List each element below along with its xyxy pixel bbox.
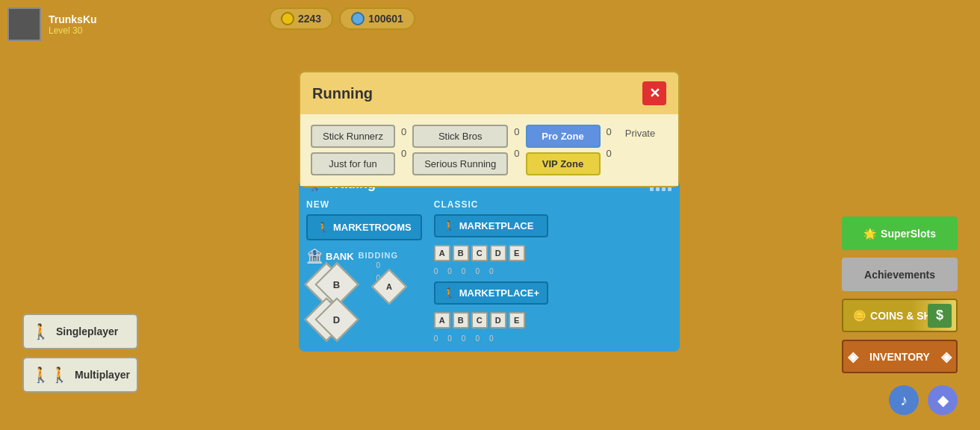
counter-col-2: 0 0	[514, 125, 519, 159]
dollar-badge: $	[928, 304, 952, 328]
slot-D1[interactable]: D	[490, 245, 506, 261]
running-options: Stick Runnerz Just for fun 0 0 Stick Bro…	[311, 125, 668, 175]
count-D1: 0	[475, 267, 480, 275]
modal-title: Running	[312, 85, 373, 102]
marketplace-plus-button[interactable]: 🚶 MARKETPLACE+	[434, 281, 548, 305]
count-D2: 0	[475, 334, 480, 343]
currency-blue: 100601	[339, 7, 415, 30]
username: TrunksKu	[49, 13, 97, 25]
inventory-button[interactable]: ◈ INVENTORY ◈	[842, 340, 958, 373]
bank-icon: 🏦	[306, 248, 323, 264]
classic-label: CLASSIC	[434, 199, 548, 210]
running-modal: Running ✕ Stick Runnerz Just for fun 0 0…	[299, 71, 680, 187]
slot-E1[interactable]: E	[509, 245, 525, 261]
avatar	[7, 7, 41, 41]
counter-pro-zone: 0	[607, 126, 612, 137]
trading-content: NEW 🚶 MARKETROOMS 🏦 BANK A 0	[306, 199, 672, 344]
count-C2: 0	[462, 334, 466, 343]
multiplayer-icon: 🚶🚶	[31, 366, 69, 384]
blue-coin-icon	[351, 12, 365, 25]
user-info: TrunksKu Level 30	[49, 13, 97, 36]
slot-row-2: A B C D E	[434, 312, 548, 328]
counter-just-for-fun: 0	[401, 148, 406, 159]
modal-header: Running ✕	[300, 72, 678, 114]
option-serious-running[interactable]: Serious Running	[412, 152, 508, 175]
slot-C2[interactable]: C	[471, 312, 488, 328]
count-E2: 0	[489, 334, 494, 343]
sidebar-right: 🌟 SuperSlots Achievements 🪙 COINS & SHOP…	[842, 216, 958, 373]
new-section: NEW 🚶 MARKETROOMS 🏦 BANK A 0	[306, 199, 422, 344]
coin-shop-icon: 🪙	[853, 310, 866, 322]
slot-E2[interactable]: E	[509, 312, 525, 328]
level-label: Level 30	[49, 25, 97, 36]
marketrooms-icon: 🚶	[317, 222, 329, 233]
superslots-button[interactable]: 🌟 SuperSlots	[842, 216, 958, 250]
zone-pro-button[interactable]: Pro Zone	[526, 125, 601, 148]
counter-vip-zone: 0	[607, 148, 612, 159]
option-stick-runnerz[interactable]: Stick Runnerz	[311, 125, 395, 148]
zone-vip-button[interactable]: VIP Zone	[526, 152, 601, 175]
bottom-right-icons: ♪ ◆	[889, 385, 958, 415]
bank-label: BANK	[326, 251, 354, 262]
trading-area: 🚶 Trading NEW 🚶 MARKETROOMS 🏦 BANK	[299, 168, 680, 352]
zone-col: Pro Zone VIP Zone	[526, 125, 601, 175]
count-C1: 0	[462, 267, 466, 275]
sidebar-left: 🚶 Singleplayer 🚶🚶 Multiplayer	[22, 314, 138, 393]
marketplace-plus-icon: 🚶	[443, 287, 455, 299]
superslots-icon: 🌟	[863, 228, 876, 240]
singleplayer-icon: 🚶	[31, 322, 50, 340]
counter-serious-running: 0	[514, 148, 519, 159]
count-A1: 0	[434, 267, 438, 275]
modal-body: Stick Runnerz Just for fun 0 0 Stick Bro…	[300, 114, 678, 186]
achievements-button[interactable]: Achievements	[842, 258, 958, 291]
count-B1: 0	[447, 267, 452, 275]
bidding-label: BIDDING	[359, 251, 398, 260]
counter-stick-bros: 0	[514, 126, 519, 137]
slot-count-row-2: 0 0 0 0 0	[434, 334, 548, 343]
currency-bar: 2243 100601	[269, 7, 415, 30]
slot-D2[interactable]: D	[490, 312, 506, 328]
discord-icon-symbol: ◆	[937, 391, 949, 409]
counter-col-1: 0 0	[401, 125, 406, 159]
option-just-for-fun[interactable]: Just for fun	[311, 152, 395, 175]
slot-A2[interactable]: A	[434, 312, 450, 328]
new-label: NEW	[306, 199, 422, 210]
option-col-2: Stick Bros Serious Running	[412, 125, 508, 175]
option-stick-bros[interactable]: Stick Bros	[412, 125, 508, 148]
blue-amount: 100601	[368, 13, 403, 25]
zone-counter-col: 0 0	[607, 125, 612, 159]
count-A2: 0	[434, 334, 438, 343]
multiplayer-button[interactable]: 🚶🚶 Multiplayer	[22, 357, 138, 393]
slot-A1[interactable]: A	[434, 245, 450, 261]
marketrooms-button[interactable]: 🚶 MARKETROOMS	[306, 214, 422, 240]
marketplace-button[interactable]: 🚶 MARKETPLACE	[434, 214, 548, 237]
header: TrunksKu Level 30	[7, 7, 97, 41]
marketplace-icon: 🚶	[443, 220, 455, 231]
slot-B2[interactable]: B	[453, 312, 469, 328]
inventory-icon-left: ◈	[848, 349, 858, 365]
slot-B1[interactable]: B	[453, 245, 469, 261]
singleplayer-button[interactable]: 🚶 Singleplayer	[22, 314, 138, 349]
discord-button[interactable]: ◆	[928, 385, 958, 415]
slot-count-row-1: 0 0 0 0 0	[434, 267, 548, 275]
counter-stick-runnerz: 0	[401, 126, 406, 137]
option-col-1: Stick Runnerz Just for fun	[311, 125, 395, 175]
count-E1: 0	[489, 267, 494, 275]
slot-C1[interactable]: C	[471, 245, 488, 261]
currency-gold: 2243	[269, 7, 333, 30]
music-button[interactable]: ♪	[889, 385, 919, 415]
modal-close-button[interactable]: ✕	[642, 81, 666, 105]
slot-row-1: A B C D E	[434, 245, 548, 261]
private-label: Private	[625, 125, 655, 139]
count-B2: 0	[447, 334, 452, 343]
gold-amount: 2243	[298, 13, 321, 25]
classic-section: CLASSIC 🚶 MARKETPLACE A B C D E 0 0 0 0 …	[434, 199, 548, 344]
bidding-section: BIDDING 0 A 0	[359, 251, 398, 282]
coins-shop-button[interactable]: 🪙 COINS & SHOP $	[842, 299, 958, 332]
inventory-icon-right: ◈	[941, 349, 952, 365]
gold-coin-icon	[281, 12, 294, 25]
